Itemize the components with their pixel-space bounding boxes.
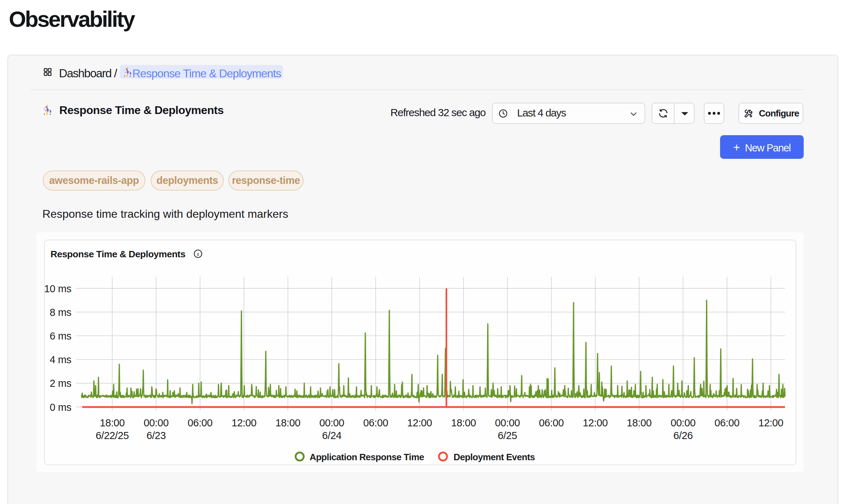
svg-text:12:00: 12:00 [232, 417, 257, 428]
svg-text:8 ms: 8 ms [50, 307, 71, 318]
svg-text:06:00: 06:00 [363, 417, 388, 428]
svg-text:6/22/25: 6/22/25 [96, 430, 129, 441]
svg-text:00:00: 00:00 [671, 417, 696, 428]
svg-text:Application Response Time: Application Response Time [310, 452, 424, 462]
svg-text:06:00: 06:00 [188, 417, 213, 428]
svg-text:2 ms: 2 ms [50, 378, 71, 389]
svg-text:06:00: 06:00 [539, 417, 564, 428]
svg-text:00:00: 00:00 [495, 417, 520, 428]
svg-text:12:00: 12:00 [407, 417, 432, 428]
svg-text:Deployment Events: Deployment Events [454, 452, 535, 462]
svg-text:12:00: 12:00 [583, 417, 608, 428]
svg-text:6 ms: 6 ms [50, 330, 71, 342]
svg-text:0 ms: 0 ms [50, 402, 71, 413]
svg-text:18:00: 18:00 [275, 417, 300, 428]
svg-text:6/25: 6/25 [498, 430, 517, 441]
svg-text:18:00: 18:00 [627, 417, 652, 428]
svg-text:12:00: 12:00 [759, 417, 784, 428]
svg-text:18:00: 18:00 [451, 417, 476, 428]
svg-text:6/23: 6/23 [146, 430, 166, 441]
svg-text:18:00: 18:00 [100, 417, 125, 428]
svg-text:4 ms: 4 ms [50, 354, 71, 365]
svg-text:6/26: 6/26 [673, 430, 693, 441]
svg-text:00:00: 00:00 [144, 417, 169, 428]
svg-text:06:00: 06:00 [714, 417, 739, 428]
svg-text:6/24: 6/24 [322, 430, 342, 441]
svg-text:00:00: 00:00 [319, 417, 344, 428]
svg-text:10 ms: 10 ms [44, 283, 71, 294]
